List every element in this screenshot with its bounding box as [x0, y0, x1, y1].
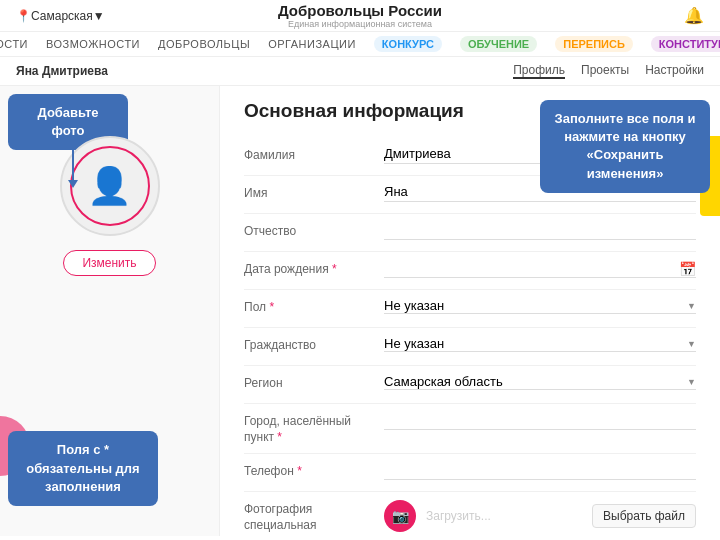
select-grazhdanstvo-arrow: ▼: [687, 339, 696, 349]
region-selector[interactable]: 📍 Самарская ▼: [16, 9, 105, 23]
select-region-arrow: ▼: [687, 377, 696, 387]
label-pol: Пол *: [244, 298, 384, 316]
calendar-icon[interactable]: 📅: [679, 261, 696, 277]
field-date-rozhdeniya: Дата рождения * 📅: [244, 252, 696, 290]
nav-obuchenie[interactable]: ОБУЧЕНИЕ: [460, 36, 537, 52]
tab-proekty[interactable]: Проекты: [581, 63, 629, 79]
nav-vozmozhnosti[interactable]: ВОЗМОЖНОСТИ: [46, 38, 140, 50]
label-otchestvo: Отчество: [244, 222, 384, 240]
site-subtitle: Единая информационная система: [278, 19, 442, 29]
location-icon: 📍: [16, 9, 31, 23]
nav-bar: НОВОСТИ ВОЗМОЖНОСТИ ДОБРОВОЛЬЦЫ ОРГАНИЗА…: [0, 32, 720, 57]
date-input-wrapper: 📅: [384, 260, 696, 278]
field-gorod: Город, населённыйпункт *: [244, 404, 696, 454]
user-tabs: Профиль Проекты Настройки: [513, 63, 704, 79]
label-telefon: Телефон *: [244, 462, 384, 480]
select-grazhdanstvo-wrapper: Не указан Российская Федерация ▼: [384, 336, 696, 352]
site-title: Добровольцы России Единая информационная…: [278, 2, 442, 29]
nav-novosti[interactable]: НОВОСТИ: [0, 38, 28, 50]
region-name: Самарская: [31, 9, 93, 23]
nav-dobrovolcy[interactable]: ДОБРОВОЛЬЦЫ: [158, 38, 250, 50]
site-main-title: Добровольцы России: [278, 2, 442, 19]
input-date-rozhdeniya[interactable]: [384, 260, 679, 277]
user-row: Яна Дмитриева Профиль Проекты Настройки: [0, 57, 720, 86]
field-otchestvo: Отчество: [244, 214, 696, 252]
input-otchestvo[interactable]: [384, 222, 696, 240]
select-region-wrapper: Самарская область ▼: [384, 374, 696, 390]
photo-upload: 📷 Загрузить... Выбрать файл: [384, 500, 696, 532]
nav-konkurs[interactable]: КОНКУРС: [374, 36, 442, 52]
label-imya: Имя: [244, 184, 384, 202]
change-photo-button[interactable]: Изменить: [63, 250, 155, 276]
main-layout: Добавьте фото 👤 Изменить Поля с * обязат…: [0, 86, 720, 536]
input-gorod[interactable]: [384, 412, 696, 430]
tab-profil[interactable]: Профиль: [513, 63, 565, 79]
photo-arrow: [68, 150, 78, 188]
user-name: Яна Дмитриева: [16, 64, 108, 78]
label-region: Регион: [244, 374, 384, 392]
avatar-circle: 👤: [70, 146, 150, 226]
label-foto-specialnaya: Фотографияспециальная: [244, 500, 384, 533]
field-pol: Пол * Не указан Мужской Женский ▼: [244, 290, 696, 328]
region-arrow: ▼: [93, 9, 105, 23]
field-foto-specialnaya: Фотографияспециальная 📷 Загрузить... Выб…: [244, 492, 696, 536]
select-pol-wrapper: Не указан Мужской Женский ▼: [384, 298, 696, 314]
nav-organizacii[interactable]: ОРГАНИЗАЦИИ: [268, 38, 356, 50]
upload-placeholder: Загрузить...: [426, 509, 582, 523]
tab-nastroyki[interactable]: Настройки: [645, 63, 704, 79]
camera-icon: 📷: [392, 508, 409, 524]
tooltip-save-changes: Заполните все поля и нажмите на кнопку «…: [540, 100, 710, 193]
nav-konstitucia[interactable]: КОНСТИТУЦИЯ: [651, 36, 720, 52]
notification-bell[interactable]: 🔔: [684, 6, 704, 25]
label-grazhdanstvo: Гражданство: [244, 336, 384, 354]
left-panel: Добавьте фото 👤 Изменить Поля с * обязат…: [0, 86, 220, 536]
nav-perepis[interactable]: ПЕРЕПИСЬ: [555, 36, 633, 52]
select-grazhdanstvo[interactable]: Не указан Российская Федерация: [384, 336, 687, 351]
select-pol-arrow: ▼: [687, 301, 696, 311]
select-region[interactable]: Самарская область: [384, 374, 687, 389]
input-telefon[interactable]: [384, 462, 696, 480]
right-panel: Заполните все поля и нажмите на кнопку «…: [220, 86, 720, 536]
person-icon: 👤: [87, 165, 132, 207]
bubble-required-fields: Поля с * обязательны для заполнения: [8, 431, 158, 506]
field-telefon: Телефон *: [244, 454, 696, 492]
field-grazhdanstvo: Гражданство Не указан Российская Федерац…: [244, 328, 696, 366]
select-pol[interactable]: Не указан Мужской Женский: [384, 298, 687, 313]
camera-icon-circle: 📷: [384, 500, 416, 532]
choose-file-button[interactable]: Выбрать файл: [592, 504, 696, 528]
top-bar: 📍 Самарская ▼ Добровольцы России Единая …: [0, 0, 720, 32]
label-gorod: Город, населённыйпункт *: [244, 412, 384, 445]
label-familiya: Фамилия: [244, 146, 384, 164]
label-date-rozhdeniya: Дата рождения *: [244, 260, 384, 278]
field-region: Регион Самарская область ▼: [244, 366, 696, 404]
